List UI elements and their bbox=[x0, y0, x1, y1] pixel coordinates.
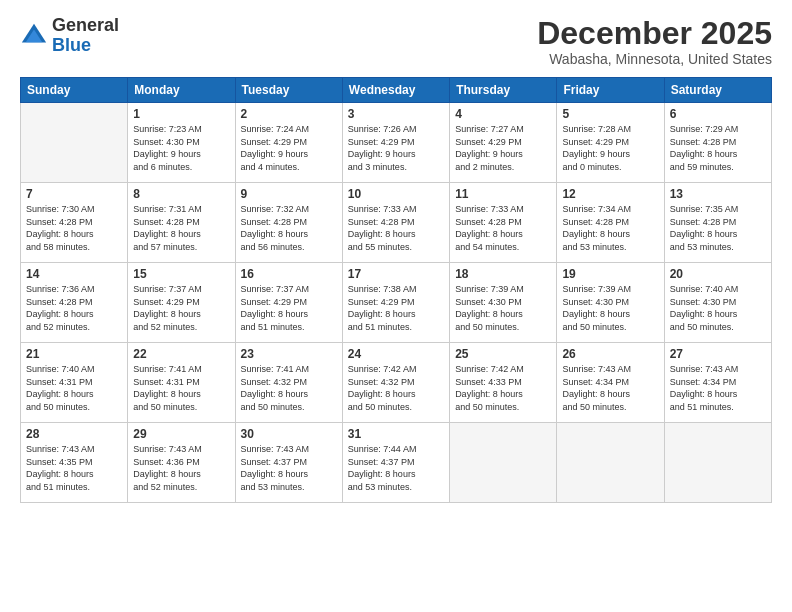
calendar-cell: 15Sunrise: 7:37 AM Sunset: 4:29 PM Dayli… bbox=[128, 263, 235, 343]
weekday-header-thursday: Thursday bbox=[450, 78, 557, 103]
calendar-cell: 8Sunrise: 7:31 AM Sunset: 4:28 PM Daylig… bbox=[128, 183, 235, 263]
logo-text: General Blue bbox=[52, 16, 119, 56]
day-number: 17 bbox=[348, 267, 444, 281]
day-number: 13 bbox=[670, 187, 766, 201]
day-number: 10 bbox=[348, 187, 444, 201]
day-info: Sunrise: 7:41 AM Sunset: 4:32 PM Dayligh… bbox=[241, 363, 337, 413]
calendar-cell: 24Sunrise: 7:42 AM Sunset: 4:32 PM Dayli… bbox=[342, 343, 449, 423]
day-number: 7 bbox=[26, 187, 122, 201]
weekday-header-saturday: Saturday bbox=[664, 78, 771, 103]
day-number: 14 bbox=[26, 267, 122, 281]
day-info: Sunrise: 7:43 AM Sunset: 4:34 PM Dayligh… bbox=[562, 363, 658, 413]
calendar-table: SundayMondayTuesdayWednesdayThursdayFrid… bbox=[20, 77, 772, 503]
day-info: Sunrise: 7:27 AM Sunset: 4:29 PM Dayligh… bbox=[455, 123, 551, 173]
day-info: Sunrise: 7:30 AM Sunset: 4:28 PM Dayligh… bbox=[26, 203, 122, 253]
weekday-header-tuesday: Tuesday bbox=[235, 78, 342, 103]
day-number: 16 bbox=[241, 267, 337, 281]
day-info: Sunrise: 7:37 AM Sunset: 4:29 PM Dayligh… bbox=[241, 283, 337, 333]
day-info: Sunrise: 7:35 AM Sunset: 4:28 PM Dayligh… bbox=[670, 203, 766, 253]
calendar-cell bbox=[21, 103, 128, 183]
calendar-cell: 29Sunrise: 7:43 AM Sunset: 4:36 PM Dayli… bbox=[128, 423, 235, 503]
calendar-cell: 4Sunrise: 7:27 AM Sunset: 4:29 PM Daylig… bbox=[450, 103, 557, 183]
day-number: 5 bbox=[562, 107, 658, 121]
title-block: December 2025 Wabasha, Minnesota, United… bbox=[537, 16, 772, 67]
day-number: 2 bbox=[241, 107, 337, 121]
week-row-5: 28Sunrise: 7:43 AM Sunset: 4:35 PM Dayli… bbox=[21, 423, 772, 503]
day-number: 30 bbox=[241, 427, 337, 441]
calendar-cell: 17Sunrise: 7:38 AM Sunset: 4:29 PM Dayli… bbox=[342, 263, 449, 343]
day-number: 20 bbox=[670, 267, 766, 281]
logo-icon bbox=[20, 22, 48, 50]
day-info: Sunrise: 7:31 AM Sunset: 4:28 PM Dayligh… bbox=[133, 203, 229, 253]
weekday-header-friday: Friday bbox=[557, 78, 664, 103]
day-number: 9 bbox=[241, 187, 337, 201]
day-number: 31 bbox=[348, 427, 444, 441]
calendar-cell: 16Sunrise: 7:37 AM Sunset: 4:29 PM Dayli… bbox=[235, 263, 342, 343]
day-info: Sunrise: 7:33 AM Sunset: 4:28 PM Dayligh… bbox=[348, 203, 444, 253]
day-info: Sunrise: 7:42 AM Sunset: 4:32 PM Dayligh… bbox=[348, 363, 444, 413]
day-number: 8 bbox=[133, 187, 229, 201]
week-row-3: 14Sunrise: 7:36 AM Sunset: 4:28 PM Dayli… bbox=[21, 263, 772, 343]
calendar-cell: 6Sunrise: 7:29 AM Sunset: 4:28 PM Daylig… bbox=[664, 103, 771, 183]
calendar-cell: 3Sunrise: 7:26 AM Sunset: 4:29 PM Daylig… bbox=[342, 103, 449, 183]
day-number: 19 bbox=[562, 267, 658, 281]
day-info: Sunrise: 7:26 AM Sunset: 4:29 PM Dayligh… bbox=[348, 123, 444, 173]
day-number: 21 bbox=[26, 347, 122, 361]
day-info: Sunrise: 7:39 AM Sunset: 4:30 PM Dayligh… bbox=[562, 283, 658, 333]
calendar-cell: 23Sunrise: 7:41 AM Sunset: 4:32 PM Dayli… bbox=[235, 343, 342, 423]
calendar-cell: 25Sunrise: 7:42 AM Sunset: 4:33 PM Dayli… bbox=[450, 343, 557, 423]
calendar-cell: 18Sunrise: 7:39 AM Sunset: 4:30 PM Dayli… bbox=[450, 263, 557, 343]
calendar-cell: 28Sunrise: 7:43 AM Sunset: 4:35 PM Dayli… bbox=[21, 423, 128, 503]
day-info: Sunrise: 7:23 AM Sunset: 4:30 PM Dayligh… bbox=[133, 123, 229, 173]
day-info: Sunrise: 7:39 AM Sunset: 4:30 PM Dayligh… bbox=[455, 283, 551, 333]
weekday-header-sunday: Sunday bbox=[21, 78, 128, 103]
calendar-cell: 31Sunrise: 7:44 AM Sunset: 4:37 PM Dayli… bbox=[342, 423, 449, 503]
calendar-cell: 12Sunrise: 7:34 AM Sunset: 4:28 PM Dayli… bbox=[557, 183, 664, 263]
calendar-cell bbox=[557, 423, 664, 503]
calendar-cell: 11Sunrise: 7:33 AM Sunset: 4:28 PM Dayli… bbox=[450, 183, 557, 263]
month-title: December 2025 bbox=[537, 16, 772, 51]
day-info: Sunrise: 7:36 AM Sunset: 4:28 PM Dayligh… bbox=[26, 283, 122, 333]
logo-general: General bbox=[52, 15, 119, 35]
day-number: 18 bbox=[455, 267, 551, 281]
day-info: Sunrise: 7:43 AM Sunset: 4:35 PM Dayligh… bbox=[26, 443, 122, 493]
day-number: 29 bbox=[133, 427, 229, 441]
day-number: 6 bbox=[670, 107, 766, 121]
week-row-2: 7Sunrise: 7:30 AM Sunset: 4:28 PM Daylig… bbox=[21, 183, 772, 263]
day-number: 24 bbox=[348, 347, 444, 361]
calendar-cell: 30Sunrise: 7:43 AM Sunset: 4:37 PM Dayli… bbox=[235, 423, 342, 503]
calendar-cell: 13Sunrise: 7:35 AM Sunset: 4:28 PM Dayli… bbox=[664, 183, 771, 263]
day-number: 15 bbox=[133, 267, 229, 281]
calendar-cell: 26Sunrise: 7:43 AM Sunset: 4:34 PM Dayli… bbox=[557, 343, 664, 423]
calendar-cell: 27Sunrise: 7:43 AM Sunset: 4:34 PM Dayli… bbox=[664, 343, 771, 423]
weekday-header-row: SundayMondayTuesdayWednesdayThursdayFrid… bbox=[21, 78, 772, 103]
day-number: 12 bbox=[562, 187, 658, 201]
day-info: Sunrise: 7:40 AM Sunset: 4:30 PM Dayligh… bbox=[670, 283, 766, 333]
day-info: Sunrise: 7:33 AM Sunset: 4:28 PM Dayligh… bbox=[455, 203, 551, 253]
day-info: Sunrise: 7:40 AM Sunset: 4:31 PM Dayligh… bbox=[26, 363, 122, 413]
day-info: Sunrise: 7:43 AM Sunset: 4:34 PM Dayligh… bbox=[670, 363, 766, 413]
day-number: 28 bbox=[26, 427, 122, 441]
day-number: 4 bbox=[455, 107, 551, 121]
day-info: Sunrise: 7:43 AM Sunset: 4:37 PM Dayligh… bbox=[241, 443, 337, 493]
calendar-cell bbox=[450, 423, 557, 503]
calendar-cell: 22Sunrise: 7:41 AM Sunset: 4:31 PM Dayli… bbox=[128, 343, 235, 423]
day-info: Sunrise: 7:38 AM Sunset: 4:29 PM Dayligh… bbox=[348, 283, 444, 333]
week-row-1: 1Sunrise: 7:23 AM Sunset: 4:30 PM Daylig… bbox=[21, 103, 772, 183]
calendar-cell: 20Sunrise: 7:40 AM Sunset: 4:30 PM Dayli… bbox=[664, 263, 771, 343]
week-row-4: 21Sunrise: 7:40 AM Sunset: 4:31 PM Dayli… bbox=[21, 343, 772, 423]
day-number: 11 bbox=[455, 187, 551, 201]
calendar-cell: 2Sunrise: 7:24 AM Sunset: 4:29 PM Daylig… bbox=[235, 103, 342, 183]
calendar-cell: 1Sunrise: 7:23 AM Sunset: 4:30 PM Daylig… bbox=[128, 103, 235, 183]
logo-blue: Blue bbox=[52, 35, 91, 55]
calendar-cell: 5Sunrise: 7:28 AM Sunset: 4:29 PM Daylig… bbox=[557, 103, 664, 183]
day-number: 27 bbox=[670, 347, 766, 361]
day-info: Sunrise: 7:43 AM Sunset: 4:36 PM Dayligh… bbox=[133, 443, 229, 493]
day-number: 3 bbox=[348, 107, 444, 121]
page: General Blue December 2025 Wabasha, Minn… bbox=[0, 0, 792, 612]
location: Wabasha, Minnesota, United States bbox=[537, 51, 772, 67]
calendar-cell: 19Sunrise: 7:39 AM Sunset: 4:30 PM Dayli… bbox=[557, 263, 664, 343]
day-number: 22 bbox=[133, 347, 229, 361]
day-info: Sunrise: 7:34 AM Sunset: 4:28 PM Dayligh… bbox=[562, 203, 658, 253]
day-info: Sunrise: 7:28 AM Sunset: 4:29 PM Dayligh… bbox=[562, 123, 658, 173]
